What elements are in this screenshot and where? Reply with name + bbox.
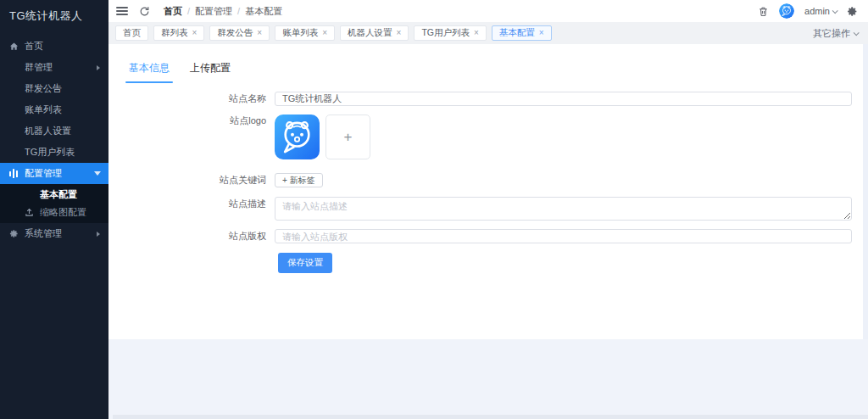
logo-upload-button[interactable]: + xyxy=(326,115,370,159)
page-tab-label: 基本配置 xyxy=(499,27,535,39)
sidebar-menu: 首页 群管理 群发公告 账单列表 机器人设置 TG用户列表 xyxy=(0,36,108,244)
chevron-down-icon xyxy=(94,171,101,176)
settings-gear-icon[interactable] xyxy=(847,6,858,17)
page-tab-bills[interactable]: 账单列表 × xyxy=(275,25,335,41)
page-tab-tg-users[interactable]: TG用户列表 × xyxy=(414,25,486,41)
tab-upload-config[interactable]: 上传配置 xyxy=(190,61,231,83)
home-icon xyxy=(8,42,19,52)
breadcrumb-separator: / xyxy=(237,6,240,16)
sidebar-item-home[interactable]: 首页 xyxy=(0,36,108,57)
close-icon[interactable]: × xyxy=(539,29,544,37)
sidebar-item-bot-settings[interactable]: 机器人设置 xyxy=(0,120,108,142)
page-tab-label: 群发公告 xyxy=(217,27,253,39)
breadcrumb-page: 基本配置 xyxy=(245,5,282,18)
page-tab-home[interactable]: 首页 xyxy=(115,25,148,41)
page-tab-label: 首页 xyxy=(123,27,141,39)
sidebar-item-tg-users[interactable]: TG用户列表 xyxy=(0,142,108,163)
sidebar-item-label: 群发公告 xyxy=(25,82,62,95)
horizontal-scrollbar-track[interactable] xyxy=(113,415,868,419)
page-tab-bot-settings[interactable]: 机器人设置 × xyxy=(340,25,409,41)
site-keywords-row: 站点关键词 + 新标签 xyxy=(108,173,852,187)
site-copyright-input[interactable] xyxy=(275,229,852,243)
header-actions: admin xyxy=(758,3,868,19)
chevron-right-icon xyxy=(97,232,100,237)
sidebar-item-label: 群管理 xyxy=(25,61,53,74)
page-tab-label: 账单列表 xyxy=(282,27,318,39)
page-tab-basic-config[interactable]: 基本配置 × xyxy=(492,25,552,41)
gear-icon xyxy=(8,229,19,239)
site-description-label: 站点描述 xyxy=(108,197,275,221)
sidebar-item-label: 缩略图配置 xyxy=(40,206,86,219)
chevron-down-icon xyxy=(854,30,860,36)
sidebar-item-label: TG用户列表 xyxy=(25,146,75,159)
breadcrumb-separator: / xyxy=(187,6,190,16)
close-icon[interactable]: × xyxy=(192,29,198,37)
breadcrumb-section: 配置管理 xyxy=(195,5,232,18)
content-tabs: 基本信息 上传配置 xyxy=(108,44,868,83)
close-icon[interactable]: × xyxy=(474,29,479,37)
username: admin xyxy=(804,6,830,16)
page-tabstrip: 首页 群列表 × 群发公告 × 账单列表 × 机器人设置 × TG用户列表 × … xyxy=(108,22,868,44)
breadcrumb: 首页 / 配置管理 / 基本配置 xyxy=(164,5,282,18)
chevron-right-icon xyxy=(97,65,100,70)
site-keywords-label: 站点关键词 xyxy=(108,173,275,187)
breadcrumb-home[interactable]: 首页 xyxy=(164,5,182,18)
grid-icon xyxy=(8,105,19,115)
sidebar-item-label: 机器人设置 xyxy=(25,125,71,137)
site-logo-label: 站点logo xyxy=(108,115,275,159)
close-icon[interactable]: × xyxy=(397,29,402,37)
site-name-input[interactable] xyxy=(275,92,852,106)
more-operations-label: 其它操作 xyxy=(813,27,850,40)
grid-icon xyxy=(8,84,19,94)
save-settings-button[interactable]: 保存设置 xyxy=(278,253,332,273)
site-logo-image[interactable] xyxy=(275,115,320,159)
avatar[interactable] xyxy=(779,3,794,19)
bar-chart-icon xyxy=(8,169,19,179)
page-tab-label: 群列表 xyxy=(161,27,188,39)
app-root: TG统计机器人 首页 群管理 群发公告 账单列表 xyxy=(0,0,868,419)
trash-icon[interactable] xyxy=(758,6,769,17)
upload-icon xyxy=(24,208,34,218)
user-dropdown[interactable]: admin xyxy=(804,6,837,16)
close-icon[interactable]: × xyxy=(257,29,262,37)
tab-basic-info[interactable]: 基本信息 xyxy=(129,61,170,83)
hamburger-icon[interactable] xyxy=(116,4,128,17)
content-panel: 基本信息 上传配置 站点名称 站点logo xyxy=(108,44,868,339)
chevron-down-icon xyxy=(832,8,838,14)
site-description-input[interactable] xyxy=(275,197,852,221)
add-tag-button[interactable]: + 新标签 xyxy=(275,173,323,187)
sidebar-subitem-basic-config[interactable]: 基本配置 xyxy=(0,186,108,204)
sidebar-item-label: 基本配置 xyxy=(40,188,77,201)
sidebar-item-label: 配置管理 xyxy=(25,167,62,180)
site-name-label: 站点名称 xyxy=(108,92,275,106)
sidebar-item-label: 系统管理 xyxy=(25,227,62,240)
vertical-scrollbar-track[interactable] xyxy=(863,44,868,339)
grid-icon xyxy=(8,126,19,137)
page-tab-broadcast[interactable]: 群发公告 × xyxy=(209,25,270,41)
refresh-icon[interactable] xyxy=(139,6,150,17)
app-title: TG统计机器人 xyxy=(0,0,108,32)
page-tab-group-list[interactable]: 群列表 × xyxy=(153,25,204,41)
close-icon[interactable]: × xyxy=(322,29,327,37)
site-copyright-row: 站点版权 xyxy=(108,229,852,243)
site-description-row: 站点描述 xyxy=(108,197,852,221)
top-header: 首页 / 配置管理 / 基本配置 xyxy=(108,0,868,22)
sidebar-submenu: 基本配置 缩略图配置 xyxy=(0,184,108,223)
grid-icon xyxy=(8,148,19,158)
sidebar-item-group-manage[interactable]: 群管理 xyxy=(0,57,108,78)
more-operations-dropdown[interactable]: 其它操作 xyxy=(813,27,861,40)
sidebar-item-label: 账单列表 xyxy=(25,103,62,116)
sidebar: TG统计机器人 首页 群管理 群发公告 账单列表 xyxy=(0,0,108,419)
grid-icon xyxy=(24,190,34,200)
site-copyright-label: 站点版权 xyxy=(108,229,275,243)
site-logo-row: 站点logo + xyxy=(108,115,852,159)
plus-icon: + xyxy=(344,129,353,146)
sidebar-item-config-manage[interactable]: 配置管理 xyxy=(0,163,108,184)
sidebar-item-label: 首页 xyxy=(25,40,43,53)
sidebar-item-system-manage[interactable]: 系统管理 xyxy=(0,223,108,244)
sidebar-subitem-thumbnail-config[interactable]: 缩略图配置 xyxy=(0,204,108,221)
sidebar-item-bills[interactable]: 账单列表 xyxy=(0,99,108,120)
site-name-row: 站点名称 xyxy=(108,92,852,106)
page-tab-label: TG用户列表 xyxy=(421,27,470,39)
sidebar-item-broadcast[interactable]: 群发公告 xyxy=(0,78,108,99)
